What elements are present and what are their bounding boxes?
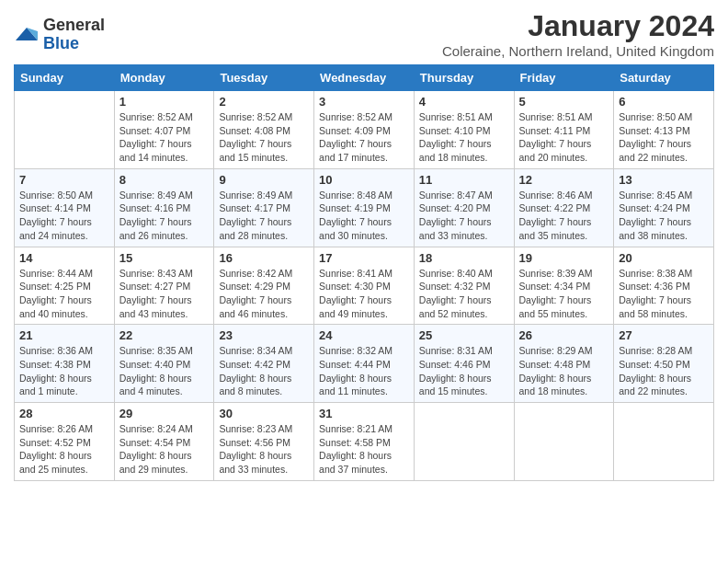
calendar-cell-w5-d2: 29Sunrise: 8:24 AMSunset: 4:54 PMDayligh… (114, 403, 214, 481)
cell-info: Sunrise: 8:35 AMSunset: 4:40 PMDaylight:… (119, 345, 193, 396)
date-number: 6 (619, 95, 709, 109)
logo-blue-text: Blue (43, 35, 105, 53)
cell-info: Sunrise: 8:49 AMSunset: 4:17 PMDaylight:… (219, 190, 292, 241)
date-number: 25 (419, 328, 509, 342)
logo: General Blue (14, 17, 105, 53)
calendar-cell-w3-d4: 17Sunrise: 8:41 AMSunset: 4:30 PMDayligh… (314, 247, 415, 325)
cell-info: Sunrise: 8:34 AMSunset: 4:42 PMDaylight:… (219, 345, 292, 396)
calendar-cell-w4-d4: 24Sunrise: 8:32 AMSunset: 4:44 PMDayligh… (314, 325, 415, 403)
cell-info: Sunrise: 8:39 AMSunset: 4:34 PMDaylight:… (519, 268, 593, 319)
calendar-cell-w3-d3: 16Sunrise: 8:42 AMSunset: 4:29 PMDayligh… (214, 247, 314, 325)
cell-info: Sunrise: 8:40 AMSunset: 4:32 PMDaylight:… (419, 268, 493, 319)
cell-info: Sunrise: 8:36 AMSunset: 4:38 PMDaylight:… (19, 345, 93, 396)
calendar-cell-w5-d1: 28Sunrise: 8:26 AMSunset: 4:52 PMDayligh… (15, 403, 115, 481)
location-title: Coleraine, Northern Ireland, United King… (442, 43, 714, 59)
date-number: 22 (119, 328, 210, 342)
header-wednesday: Wednesday (314, 65, 415, 91)
date-number: 4 (419, 95, 509, 109)
date-number: 19 (519, 251, 609, 265)
calendar-cell-w5-d7 (614, 403, 714, 481)
calendar-cell-w5-d3: 30Sunrise: 8:23 AMSunset: 4:56 PMDayligh… (214, 403, 314, 481)
cell-info: Sunrise: 8:47 AMSunset: 4:20 PMDaylight:… (419, 190, 493, 241)
week-row-5: 28Sunrise: 8:26 AMSunset: 4:52 PMDayligh… (15, 403, 714, 481)
week-row-2: 7Sunrise: 8:50 AMSunset: 4:14 PMDaylight… (15, 168, 714, 247)
date-number: 1 (119, 95, 210, 109)
cell-info: Sunrise: 8:52 AMSunset: 4:07 PMDaylight:… (119, 111, 193, 163)
date-number: 10 (319, 173, 409, 187)
calendar-cell-w4-d1: 21Sunrise: 8:36 AMSunset: 4:38 PMDayligh… (15, 325, 115, 403)
calendar-cell-w5-d6 (514, 403, 614, 481)
date-number: 2 (219, 95, 309, 109)
calendar-header-row: Sunday Monday Tuesday Wednesday Thursday… (15, 65, 714, 91)
cell-info: Sunrise: 8:29 AMSunset: 4:48 PMDaylight:… (519, 345, 593, 396)
calendar-cell-w1-d4: 3Sunrise: 8:52 AMSunset: 4:09 PMDaylight… (314, 91, 415, 169)
cell-info: Sunrise: 8:43 AMSunset: 4:27 PMDaylight:… (119, 268, 193, 319)
date-number: 27 (619, 328, 709, 342)
cell-info: Sunrise: 8:26 AMSunset: 4:52 PMDaylight:… (19, 423, 93, 475)
date-number: 5 (519, 95, 609, 109)
cell-info: Sunrise: 8:44 AMSunset: 4:25 PMDaylight:… (19, 268, 93, 319)
week-row-1: 1Sunrise: 8:52 AMSunset: 4:07 PMDaylight… (15, 91, 714, 169)
cell-info: Sunrise: 8:23 AMSunset: 4:56 PMDaylight:… (219, 423, 292, 475)
calendar-cell-w3-d7: 20Sunrise: 8:38 AMSunset: 4:36 PMDayligh… (614, 247, 714, 325)
calendar-cell-w1-d3: 2Sunrise: 8:52 AMSunset: 4:08 PMDaylight… (214, 91, 314, 169)
date-number: 30 (219, 407, 309, 420)
calendar-cell-w3-d6: 19Sunrise: 8:39 AMSunset: 4:34 PMDayligh… (514, 247, 614, 325)
calendar-cell-w3-d2: 15Sunrise: 8:43 AMSunset: 4:27 PMDayligh… (114, 247, 214, 325)
cell-info: Sunrise: 8:49 AMSunset: 4:16 PMDaylight:… (119, 190, 193, 241)
calendar-cell-w2-d6: 12Sunrise: 8:46 AMSunset: 4:22 PMDayligh… (514, 168, 614, 247)
date-number: 8 (119, 173, 210, 187)
date-number: 13 (619, 173, 709, 187)
date-number: 11 (419, 173, 509, 187)
calendar-cell-w3-d1: 14Sunrise: 8:44 AMSunset: 4:25 PMDayligh… (15, 247, 115, 325)
cell-info: Sunrise: 8:51 AMSunset: 4:10 PMDaylight:… (419, 111, 493, 163)
date-number: 23 (219, 328, 309, 342)
calendar-cell-w1-d6: 5Sunrise: 8:51 AMSunset: 4:11 PMDaylight… (514, 91, 614, 169)
cell-info: Sunrise: 8:32 AMSunset: 4:44 PMDaylight:… (319, 345, 392, 396)
calendar-cell-w1-d1 (15, 91, 115, 169)
date-number: 28 (19, 407, 109, 420)
cell-info: Sunrise: 8:46 AMSunset: 4:22 PMDaylight:… (519, 190, 593, 241)
calendar-cell-w2-d7: 13Sunrise: 8:45 AMSunset: 4:24 PMDayligh… (614, 168, 714, 247)
date-number: 7 (19, 173, 109, 187)
date-number: 9 (219, 173, 309, 187)
month-title: January 2024 (442, 9, 714, 43)
cell-info: Sunrise: 8:50 AMSunset: 4:13 PMDaylight:… (619, 111, 692, 163)
calendar-cell-w2-d2: 8Sunrise: 8:49 AMSunset: 4:16 PMDaylight… (114, 168, 214, 247)
cell-info: Sunrise: 8:42 AMSunset: 4:29 PMDaylight:… (219, 268, 292, 319)
date-number: 20 (619, 251, 709, 265)
logo-text: General Blue (43, 17, 105, 53)
calendar-cell-w2-d4: 10Sunrise: 8:48 AMSunset: 4:19 PMDayligh… (314, 168, 415, 247)
calendar-cell-w3-d5: 18Sunrise: 8:40 AMSunset: 4:32 PMDayligh… (414, 247, 514, 325)
calendar-cell-w5-d4: 31Sunrise: 8:21 AMSunset: 4:58 PMDayligh… (314, 403, 415, 481)
cell-info: Sunrise: 8:28 AMSunset: 4:50 PMDaylight:… (619, 345, 692, 396)
date-number: 17 (319, 251, 409, 265)
header: General Blue January 2024 Coleraine, Nor… (14, 9, 714, 59)
calendar-table: Sunday Monday Tuesday Wednesday Thursday… (14, 64, 714, 481)
cell-info: Sunrise: 8:45 AMSunset: 4:24 PMDaylight:… (619, 190, 692, 241)
cell-info: Sunrise: 8:41 AMSunset: 4:30 PMDaylight:… (319, 268, 392, 319)
date-number: 12 (519, 173, 609, 187)
title-area: January 2024 Coleraine, Northern Ireland… (442, 9, 714, 59)
calendar-cell-w4-d6: 26Sunrise: 8:29 AMSunset: 4:48 PMDayligh… (514, 325, 614, 403)
date-number: 26 (519, 328, 609, 342)
date-number: 3 (319, 95, 409, 109)
week-row-3: 14Sunrise: 8:44 AMSunset: 4:25 PMDayligh… (15, 247, 714, 325)
cell-info: Sunrise: 8:31 AMSunset: 4:46 PMDaylight:… (419, 345, 493, 396)
cell-info: Sunrise: 8:48 AMSunset: 4:19 PMDaylight:… (319, 190, 392, 241)
cell-info: Sunrise: 8:24 AMSunset: 4:54 PMDaylight:… (119, 423, 193, 475)
calendar-cell-w2-d3: 9Sunrise: 8:49 AMSunset: 4:17 PMDaylight… (214, 168, 314, 247)
header-tuesday: Tuesday (214, 65, 314, 91)
calendar-cell-w1-d7: 6Sunrise: 8:50 AMSunset: 4:13 PMDaylight… (614, 91, 714, 169)
calendar-cell-w4-d5: 25Sunrise: 8:31 AMSunset: 4:46 PMDayligh… (414, 325, 514, 403)
logo-icon (14, 22, 40, 48)
calendar-cell-w2-d5: 11Sunrise: 8:47 AMSunset: 4:20 PMDayligh… (414, 168, 514, 247)
calendar-cell-w1-d5: 4Sunrise: 8:51 AMSunset: 4:10 PMDaylight… (414, 91, 514, 169)
calendar-cell-w5-d5 (414, 403, 514, 481)
date-number: 15 (119, 251, 210, 265)
cell-info: Sunrise: 8:38 AMSunset: 4:36 PMDaylight:… (619, 268, 692, 319)
date-number: 14 (19, 251, 109, 265)
date-number: 21 (19, 328, 109, 342)
date-number: 24 (319, 328, 409, 342)
header-thursday: Thursday (414, 65, 514, 91)
